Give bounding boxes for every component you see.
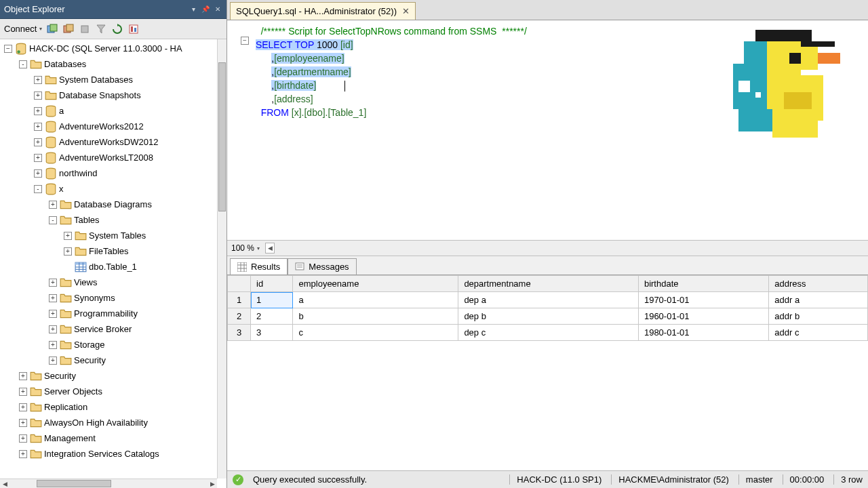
tree-node[interactable]: +FileTables <box>0 243 217 259</box>
horizontal-scrollbar[interactable]: ◀ ▶ <box>0 479 217 488</box>
scroll-right-icon[interactable]: ▶ <box>208 479 217 489</box>
tree-node[interactable]: +Server Objects <box>0 384 217 399</box>
expand-icon[interactable]: + <box>34 76 42 84</box>
expand-icon[interactable]: + <box>34 92 42 100</box>
tree-node[interactable]: dbo.Table_1 <box>0 259 217 274</box>
column-header[interactable]: departmentname <box>458 276 639 292</box>
tree-node[interactable]: +AdventureWorks2012 <box>0 119 217 134</box>
table-row[interactable]: 33cdep c1980-01-01addr c <box>228 325 868 341</box>
tree-node[interactable]: +northwind <box>0 165 217 181</box>
cell[interactable]: addr a <box>769 292 868 308</box>
tree-node[interactable]: +AdventureWorksDW2012 <box>0 134 217 150</box>
cell[interactable]: 1980-01-01 <box>638 325 768 341</box>
tree-node[interactable]: +a <box>0 103 217 119</box>
close-icon[interactable]: ✕ <box>213 5 222 14</box>
tree-node[interactable]: +Database Snapshots <box>0 87 217 103</box>
tree-node[interactable]: -Tables <box>0 212 217 228</box>
column-header[interactable]: id <box>251 276 293 292</box>
tab-close-icon[interactable]: ✕ <box>402 6 410 16</box>
cell[interactable]: b <box>293 308 458 325</box>
refresh-icon[interactable] <box>111 23 123 35</box>
expand-icon[interactable]: + <box>19 419 27 427</box>
tree-node[interactable]: +Security <box>0 352 217 368</box>
cell[interactable]: 3 <box>251 325 293 341</box>
disconnect-icon[interactable] <box>62 23 75 35</box>
tree-node[interactable]: +Programmability <box>0 306 217 321</box>
expand-icon[interactable]: + <box>19 372 27 380</box>
tree-node[interactable]: +Service Broker <box>0 321 217 337</box>
cell[interactable]: dep c <box>458 325 639 341</box>
collapse-icon[interactable]: - <box>49 216 57 224</box>
cell[interactable]: c <box>293 325 458 341</box>
tree-node[interactable]: +AdventureWorksLT2008 <box>0 150 217 165</box>
tab-results[interactable]: Results <box>230 258 288 274</box>
cell[interactable]: dep b <box>458 308 639 325</box>
expand-icon[interactable]: + <box>49 310 57 318</box>
expand-icon[interactable]: + <box>19 434 27 443</box>
cell[interactable]: addr b <box>769 308 868 325</box>
tree-node[interactable]: +System Tables <box>0 228 217 243</box>
expand-icon[interactable]: + <box>49 294 57 302</box>
tree-node[interactable]: +Integration Services Catalogs <box>0 446 217 462</box>
expand-icon[interactable]: + <box>34 107 42 115</box>
expand-icon[interactable]: + <box>19 388 27 396</box>
stop-icon[interactable] <box>79 23 91 35</box>
report-icon[interactable] <box>127 23 140 35</box>
zoom-dropdown-icon[interactable]: ▾ <box>257 245 260 251</box>
expand-icon[interactable]: + <box>34 154 42 162</box>
tree-node[interactable]: +Security <box>0 368 217 384</box>
collapse-icon[interactable]: − <box>4 45 12 53</box>
table-row[interactable]: 11adep a1970-01-01addr a <box>228 292 868 308</box>
expand-icon[interactable]: + <box>49 201 57 209</box>
document-tab[interactable]: SQLQuery1.sql - HA...Administrator (52))… <box>230 2 416 20</box>
expand-icon[interactable]: + <box>19 403 27 411</box>
scroll-left-icon[interactable]: ◀ <box>265 243 275 253</box>
vertical-scrollbar[interactable] <box>217 39 226 479</box>
expand-icon[interactable]: + <box>49 325 57 333</box>
tree-root[interactable]: −HACK-DC (SQL Server 11.0.3000 - HA <box>0 41 217 56</box>
expand-icon[interactable]: + <box>64 247 72 256</box>
tree-node[interactable]: -Databases <box>0 56 217 72</box>
tree-node[interactable]: +Database Diagrams <box>0 197 217 212</box>
tree-node[interactable]: +Management <box>0 430 217 446</box>
collapse-icon[interactable]: - <box>19 60 27 68</box>
results-grid[interactable]: idemployeenamedepartmentnamebirthdateadd… <box>227 275 868 470</box>
cell[interactable]: dep a <box>458 292 639 308</box>
cell[interactable]: 1970-01-01 <box>638 292 768 308</box>
tree-node[interactable]: +Replication <box>0 399 217 415</box>
column-header[interactable]: address <box>769 276 868 292</box>
collapse-icon[interactable]: - <box>34 185 42 193</box>
scroll-thumb[interactable] <box>37 480 111 487</box>
expand-icon[interactable]: + <box>49 341 57 349</box>
sql-editor[interactable]: − /****** Script for SelectTopNRows comm… <box>227 20 868 240</box>
connect-dropdown-icon[interactable]: ▾ <box>39 26 42 32</box>
column-header[interactable]: employeename <box>293 276 458 292</box>
dropdown-icon[interactable]: ▾ <box>189 5 198 14</box>
expand-icon[interactable]: + <box>34 138 42 146</box>
zoom-level[interactable]: 100 % <box>231 243 254 253</box>
object-explorer-tree[interactable]: −HACK-DC (SQL Server 11.0.3000 - HA-Data… <box>0 39 217 479</box>
tree-node[interactable]: +Storage <box>0 337 217 352</box>
column-header[interactable]: birthdate <box>638 276 768 292</box>
table-row[interactable]: 22bdep b1960-01-01addr b <box>228 308 868 325</box>
tab-messages[interactable]: Messages <box>288 258 356 274</box>
expand-icon[interactable]: + <box>64 232 72 240</box>
tree-node[interactable]: +Synonyms <box>0 290 217 306</box>
expand-icon[interactable]: + <box>19 450 27 458</box>
scroll-left-icon[interactable]: ◀ <box>0 479 9 489</box>
tree-node[interactable]: +System Databases <box>0 72 217 87</box>
tree-node[interactable]: +Views <box>0 274 217 290</box>
cell[interactable]: a <box>293 292 458 308</box>
tree-node[interactable]: +AlwaysOn High Availability <box>0 415 217 430</box>
cell[interactable]: 2 <box>251 308 293 325</box>
expand-icon[interactable]: + <box>34 123 42 131</box>
cell[interactable]: addr c <box>769 325 868 341</box>
scroll-thumb[interactable] <box>218 62 226 211</box>
cell[interactable]: 1 <box>251 292 293 308</box>
expand-icon[interactable]: + <box>34 169 42 178</box>
expand-icon[interactable]: + <box>49 357 57 365</box>
collapse-toggle-icon[interactable]: − <box>241 37 249 45</box>
cell[interactable]: 1960-01-01 <box>638 308 768 325</box>
expand-icon[interactable]: + <box>49 279 57 287</box>
pin-icon[interactable]: 📌 <box>201 5 210 14</box>
